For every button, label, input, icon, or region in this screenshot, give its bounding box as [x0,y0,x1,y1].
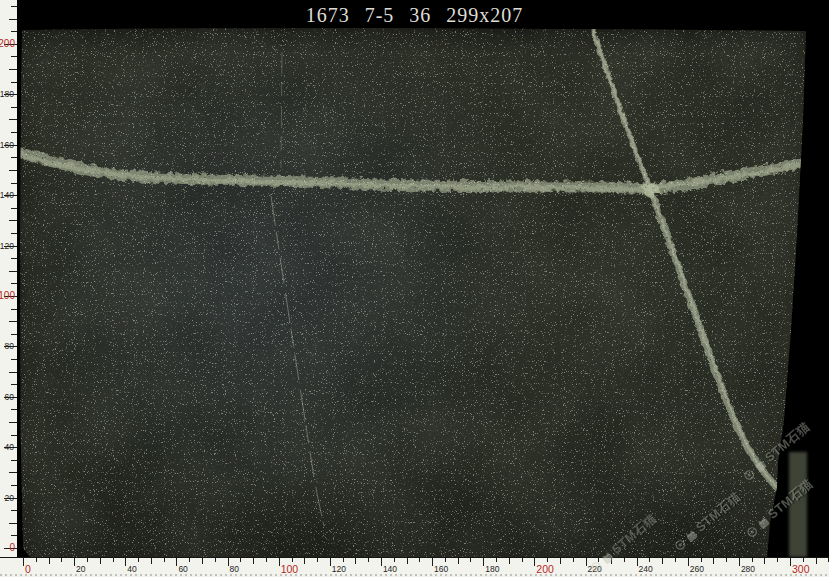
ruler-tick [11,107,17,108]
ruler-tick [74,558,75,566]
ruler-tick [419,558,420,562]
ruler-tick [343,558,344,562]
vertical-ruler-label: 80 [0,341,14,351]
ruler-tick [9,170,17,171]
ruler-tick [9,119,17,120]
horizontal-ruler-label: 100 [281,563,299,575]
background-strip-fragment [789,452,807,557]
ruler-tick [11,359,17,360]
ruler-tick [11,6,17,7]
vertical-ruler-label: 100 [0,291,15,301]
ruler-tick [11,183,17,184]
ruler-tick [496,558,497,562]
ruler-tick [189,558,190,562]
ruler-tick [11,233,17,234]
ruler-tick [317,558,318,562]
ruler-tick [125,558,126,566]
ruler-tick [483,558,484,566]
ruler-tick [534,558,535,566]
ruler-tick [164,558,165,562]
ruler-tick [509,558,510,564]
ruler-tick [11,460,17,461]
vertical-ruler-label: 20 [0,493,14,503]
ruler-tick [9,220,17,221]
ruler-tick [228,558,229,566]
stone-slab-scanner-view: 1673 7-5 36 299x207 20018016014012010080… [0,0,829,577]
ruler-tick [215,558,216,562]
ruler-tick [560,558,561,564]
ruler-tick [138,558,139,562]
ruler-tick [701,558,702,562]
ruler-tick [11,435,17,436]
ruler-tick [11,309,17,310]
vertical-ruler-label: 140 [0,190,14,200]
ruler-tick [611,558,612,564]
ruler-tick [688,558,689,566]
horizontal-ruler-label: 300 [792,563,810,575]
ruler-tick [202,558,203,564]
ruler-tick [9,523,17,524]
ruler-tick [11,56,17,57]
ruler-tick [11,510,17,511]
ruler-tick [11,132,17,133]
ruler-tick [9,472,17,473]
horizontal-ruler-label: 260 [690,564,704,574]
horizontal-ruler-label: 280 [741,564,755,574]
ruler-tick [240,558,241,562]
ruler-tick [777,558,778,562]
ruler-tick [764,558,765,564]
ruler-tick [573,558,574,562]
ruler-tick [9,69,17,70]
ruler-tick [739,558,740,566]
ruler-tick [11,31,17,32]
ruler-tick [100,558,101,564]
ruler-tick [11,82,17,83]
horizontal-ruler-label: 0 [25,563,31,575]
ruler-tick [11,535,17,536]
bottom-dotted-line [0,574,829,576]
ruler-tick [9,271,17,272]
horizontal-ruler-label: 160 [434,564,448,574]
horizontal-ruler: 0204060801001201401601802002202402602803… [0,557,829,577]
vertical-ruler: 200180160140120100806040200 [0,0,17,558]
horizontal-ruler-label: 40 [127,564,136,574]
ruler-tick [87,558,88,562]
ruler-tick [11,258,17,259]
ruler-tick [790,558,791,566]
ruler-tick [266,558,267,562]
vertical-ruler-label: 60 [0,392,14,402]
horizontal-ruler-label: 240 [639,564,653,574]
ruler-tick [586,558,587,566]
horizontal-ruler-label: 180 [485,564,499,574]
ruler-tick [368,558,369,562]
slab-photo [0,0,829,577]
ruler-tick [816,558,817,564]
ruler-tick [23,558,24,566]
title-bar: 1673 7-5 36 299x207 [0,0,829,28]
ruler-tick [36,558,37,562]
ruler-tick [9,422,17,423]
ruler-tick [547,558,548,562]
vertical-ruler-label: 180 [0,89,14,99]
ruler-tick [522,558,523,562]
ruler-tick [394,558,395,562]
ruler-tick [11,384,17,385]
ruler-tick [649,558,650,562]
ruler-tick [113,558,114,562]
ruler-tick [11,409,17,410]
vertical-ruler-label: 120 [0,241,14,251]
ruler-tick [624,558,625,562]
vertical-ruler-label: 0 [0,543,15,553]
ruler-tick [304,558,305,564]
horizontal-ruler-label: 200 [536,563,554,575]
ruler-tick [726,558,727,562]
ruler-tick [598,558,599,562]
vertical-ruler-label: 200 [0,39,15,49]
ruler-tick [151,558,152,564]
ruler-tick [11,334,17,335]
ruler-tick [253,558,254,564]
vertical-ruler-label: 40 [0,442,14,452]
vertical-ruler-label: 160 [0,140,14,150]
ruler-tick [662,558,663,564]
horizontal-ruler-label: 20 [76,564,85,574]
